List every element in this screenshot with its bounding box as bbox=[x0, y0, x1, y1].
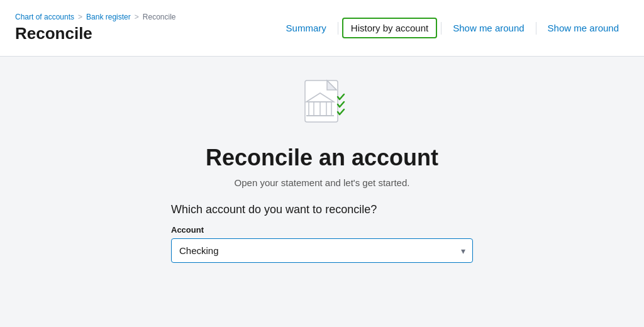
account-select-wrapper: Checking Savings Credit Card Other ▾ bbox=[171, 238, 473, 263]
page-title: Reconcile bbox=[15, 24, 176, 43]
nav-summary[interactable]: Summary bbox=[276, 0, 336, 56]
breadcrumb: Chart of accounts > Bank register > Reco… bbox=[15, 13, 176, 21]
nav-show-me-around-2[interactable]: Show me around bbox=[538, 0, 629, 56]
form-section: Which account do you want to reconcile? … bbox=[171, 203, 473, 263]
nav-separator-3 bbox=[536, 22, 536, 35]
breadcrumb-sep-1: > bbox=[78, 13, 82, 21]
nav-history-by-account[interactable]: History by account bbox=[342, 18, 437, 38]
nav-show-me-around-1[interactable]: Show me around bbox=[443, 0, 534, 56]
main-content: Reconcile an account Open your statement… bbox=[0, 57, 644, 327]
header-nav: Summary History by account Show me aroun… bbox=[276, 0, 629, 56]
nav-separator-1 bbox=[338, 22, 338, 35]
bank-illustration bbox=[287, 75, 357, 132]
reconcile-subheading: Open your statement and let's get starte… bbox=[235, 177, 410, 188]
breadcrumb-bank-register[interactable]: Bank register bbox=[86, 13, 131, 21]
account-field-label: Account bbox=[171, 225, 473, 235]
account-select[interactable]: Checking Savings Credit Card Other bbox=[171, 238, 473, 263]
nav-separator-2 bbox=[441, 22, 441, 35]
header: Chart of accounts > Bank register > Reco… bbox=[0, 0, 644, 57]
breadcrumb-sep-2: > bbox=[135, 13, 139, 21]
header-left: Chart of accounts > Bank register > Reco… bbox=[15, 13, 176, 43]
breadcrumb-current: Reconcile bbox=[143, 13, 176, 21]
account-question: Which account do you want to reconcile? bbox=[171, 203, 473, 216]
reconcile-heading: Reconcile an account bbox=[206, 145, 438, 171]
breadcrumb-chart-of-accounts[interactable]: Chart of accounts bbox=[15, 13, 74, 21]
